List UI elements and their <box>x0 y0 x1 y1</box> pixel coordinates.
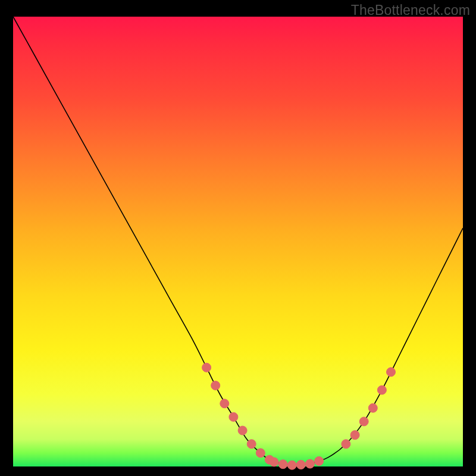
highlighted-markers <box>202 363 396 469</box>
curve-marker <box>342 440 350 449</box>
chart-frame: TheBottleneck.com <box>0 0 476 476</box>
curve-marker <box>247 440 256 449</box>
curve-marker <box>368 403 377 412</box>
curve-marker <box>270 458 278 466</box>
curve-marker <box>229 412 238 421</box>
curve-marker <box>220 399 229 408</box>
plot-area <box>13 17 463 466</box>
curve-marker <box>359 417 368 426</box>
curve-marker <box>256 449 265 458</box>
curve-marker <box>238 426 247 435</box>
curve-marker <box>350 431 359 440</box>
curve-marker <box>278 460 287 469</box>
curve-marker <box>387 368 396 377</box>
watermark-text: TheBottleneck.com <box>351 2 470 18</box>
curve-marker <box>306 459 315 468</box>
curve-marker <box>211 381 220 390</box>
curve-marker <box>287 461 296 469</box>
curve-marker <box>296 461 305 469</box>
bottleneck-curve-svg <box>13 17 463 466</box>
curve-marker <box>377 386 386 394</box>
bottleneck-curve <box>13 17 463 465</box>
curve-marker <box>315 456 324 465</box>
curve-marker <box>202 363 211 372</box>
